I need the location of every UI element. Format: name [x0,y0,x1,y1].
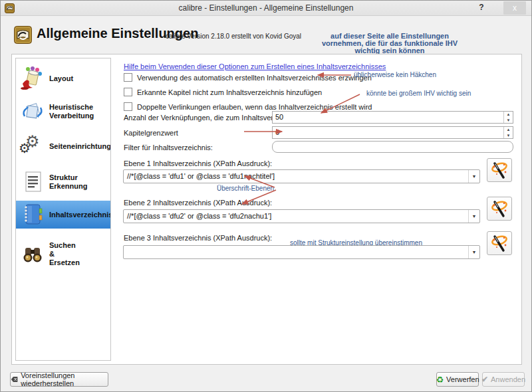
checkbox-row: Erkannte Kapitel nicht zum Inhaltsverzei… [124,88,322,96]
magic-wand-icon [491,234,508,252]
chevron-down-icon[interactable]: ▼ [468,246,479,258]
spin-up-icon[interactable]: ▲ [504,127,513,133]
spin-down-icon[interactable]: ▼ [504,118,513,124]
annotation-no-check: üblicherweise kein Häkchen [354,71,436,78]
spin-down-icon[interactable]: ▼ [504,133,513,139]
toc-links-spinbox[interactable]: 50 ▲ ▼ [272,111,513,124]
recycle-icon: ♻ [436,375,444,384]
window-title: calibre - Einstellungen - Allgemeine Ein… [1,3,531,13]
level1-xpath-wizard-button[interactable] [487,158,512,182]
level1-toc-label: Ebene 1 Inhaltsverzeichnis (XPath Ausdru… [124,159,272,167]
spinner-arrows: ▲ ▼ [503,127,513,138]
titlebar: calibre - Einstellungen - Allgemeine Ein… [1,1,531,16]
chevron-down-icon[interactable]: ▼ [468,210,479,223]
apply-label: Anwenden [491,375,525,383]
titlebar-help-button[interactable]: ? [475,3,488,14]
toc-links-value: 50 [275,113,283,121]
toc-filter-label: Filter für Inhaltsverzeichnis: [124,144,213,151]
restore-defaults-button[interactable]: Voreinstellungen wiederherstellen [10,372,108,387]
discard-label: Verwerfen [446,375,479,383]
chapter-threshold-label: Kapitelgrenzwert [124,129,178,137]
spinner-arrows: ▲ ▼ [503,112,513,123]
no-detected-chapters-checkbox[interactable] [124,88,132,96]
settings-window: calibre - Einstellungen - Allgemeine Ein… [0,0,532,392]
close-button[interactable]: x [503,1,526,15]
toc-filter-input[interactable] [272,141,513,153]
level3-xpath-wizard-button[interactable] [487,231,512,255]
checkmark-icon: ✔ [481,375,488,384]
spin-up-icon[interactable]: ▲ [504,112,513,118]
allow-duplicate-links-checkbox[interactable] [124,102,132,111]
restore-defaults-label: Voreinstellungen wiederherstellen [21,371,108,387]
level2-xpath-value: //*[@class = 'dfu2' or @class = 'dfu2nac… [127,212,271,220]
restore-defaults-icon [11,375,18,383]
annotation-large-toc: könnte bei großem IHV wichtig sein [366,90,471,97]
magic-wand-icon [491,199,508,218]
checkbox-row: Doppelte Verlinkungen erlauben, wenn das… [124,102,372,111]
toc-settings-main: Hilfe beim Verwenden dieser Optionen zum… [12,54,523,365]
version-text: calibre Version 2.18.0 erstellt von Kovi… [166,33,301,40]
level3-xpath-combobox[interactable]: ▼ [123,245,480,259]
checkbox-label: Erkannte Kapitel nicht zum Inhaltsverzei… [137,88,322,96]
level1-xpath-combobox[interactable]: //*[@class = 'dfu1' or @class = 'dfu1nac… [123,169,480,183]
force-auto-toc-checkbox[interactable] [124,73,132,82]
checkbox-label: Doppelte Verlinkungen erlauben, wenn das… [137,103,372,111]
level2-xpath-combobox[interactable]: //*[@class = 'dfu2' or @class = 'dfu2nac… [123,209,480,223]
apply-button[interactable]: ✔ Anwenden [482,372,525,387]
checkbox-label: Verwendung des automatisch erstellten In… [137,74,372,82]
level2-toc-label: Ebene 2 Inhaltsverzeichnis (XPath Ausdru… [124,199,272,207]
magic-wand-icon [491,161,508,179]
chapter-threshold-spinbox[interactable]: 6 ▲ ▼ [272,126,513,139]
discard-button[interactable]: ♻ Verwerfen [436,372,479,387]
annotation-page-note: auf dieser Seite alle Einstellungen vorn… [303,33,476,54]
toc-help-link[interactable]: Hilfe beim Verwenden dieser Optionen zum… [124,62,386,70]
level2-xpath-wizard-button[interactable] [487,197,512,221]
chevron-down-icon[interactable]: ▼ [468,170,479,183]
calibre-logo-icon [14,26,32,44]
level3-toc-label: Ebene 3 Inhaltsverzeichnis (XPath Ausdru… [124,234,272,242]
chapter-threshold-value: 6 [275,128,279,136]
content-panel: Layout Heuristische Verarbeitung [11,54,522,365]
level1-xpath-value: //*[@class = 'dfu1' or @class = 'dfu1nac… [127,172,275,180]
checkbox-row: Verwendung des automatisch erstellten In… [124,73,372,82]
